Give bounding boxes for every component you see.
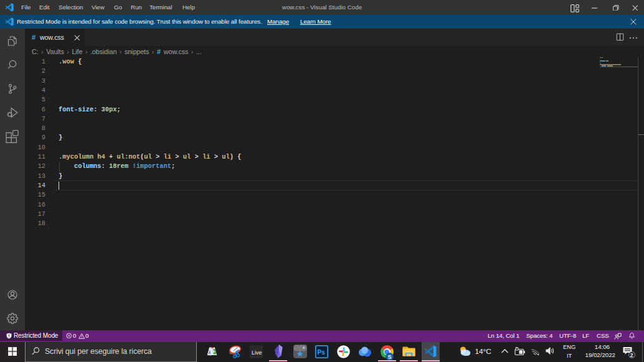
svg-text:Live: Live — [252, 350, 262, 356]
svg-text:Ps: Ps — [318, 349, 326, 356]
svg-text:λ: λ — [209, 350, 211, 355]
